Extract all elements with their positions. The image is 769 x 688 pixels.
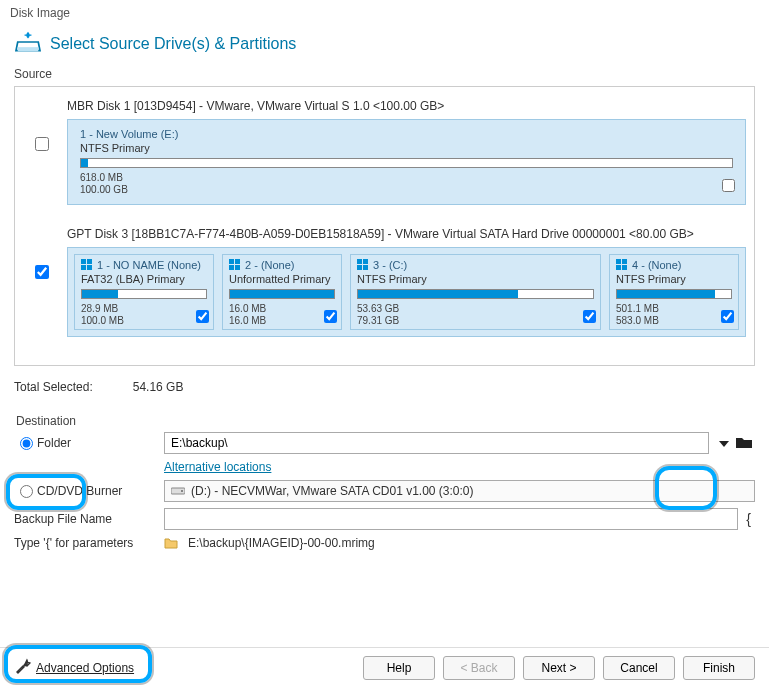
totals: Total Selected: 54.16 GB: [14, 380, 755, 394]
partition-head: 4 - (None): [616, 259, 732, 271]
partition-checkbox[interactable]: [722, 179, 735, 195]
partition-head: 3 - (C:): [357, 259, 594, 271]
partition-checkbox[interactable]: [196, 310, 209, 326]
params-row: Type '{' for parameters E:\backup\{IMAGE…: [14, 536, 755, 550]
folder-radio-label: Folder: [37, 436, 71, 450]
partition-type: FAT32 (LBA) Primary: [81, 273, 207, 285]
folder-radio[interactable]: [20, 437, 33, 450]
partition-card[interactable]: 4 - (None) NTFS Primary 501.1 MB583.0 MB: [609, 254, 739, 330]
back-button[interactable]: < Back: [443, 656, 515, 680]
svg-point-18: [181, 490, 183, 492]
partition-type: NTFS Primary: [80, 142, 733, 154]
source-label: Source: [14, 67, 755, 81]
usage-bar: [80, 158, 733, 168]
cd-burner-select[interactable]: (D:) - NECVMWar, VMware SATA CD01 v1.00 …: [164, 480, 755, 502]
page-title: Select Source Drive(s) & Partitions: [50, 35, 296, 53]
svg-rect-11: [357, 265, 362, 270]
usage-bar: [81, 289, 207, 299]
svg-rect-0: [18, 47, 39, 51]
svg-rect-16: [622, 265, 627, 270]
svg-rect-8: [235, 265, 240, 270]
partition-card[interactable]: 3 - (C:) NTFS Primary 53.63 GB79.31 GB: [350, 254, 601, 330]
browse-folder-icon[interactable]: [735, 435, 753, 452]
destination-section: Destination Folder Alternative lo: [14, 414, 755, 550]
filename-label: Backup File Name: [14, 512, 112, 526]
usage-bar: [616, 289, 732, 299]
partition-card[interactable]: 1 - NO NAME (None) FAT32 (LBA) Primary 2…: [74, 254, 214, 330]
svg-rect-13: [616, 259, 621, 264]
wrench-icon: [14, 658, 32, 679]
windows-icon: [357, 259, 369, 271]
usage-bar: [229, 289, 335, 299]
svg-rect-1: [81, 259, 86, 264]
browse-buttons: [713, 432, 755, 454]
svg-rect-6: [235, 259, 240, 264]
folder-icon: [164, 537, 178, 549]
partition-sizes: 16.0 MB16.0 MB: [229, 303, 335, 327]
windows-icon: [616, 259, 628, 271]
footer: Advanced Options Help < Back Next > Canc…: [0, 647, 769, 688]
folder-row: Folder: [14, 432, 755, 454]
partition-card[interactable]: 2 - (None) Unformatted Primary 16.0 MB16…: [222, 254, 342, 330]
advanced-options[interactable]: Advanced Options: [14, 658, 134, 679]
svg-rect-3: [81, 265, 86, 270]
dropdown-arrow-icon[interactable]: [715, 432, 733, 454]
svg-rect-5: [229, 259, 234, 264]
disk-image-icon: [14, 30, 42, 57]
brace-button[interactable]: {: [742, 511, 755, 527]
finish-button[interactable]: Finish: [683, 656, 755, 680]
partition-container: 1 - NO NAME (None) FAT32 (LBA) Primary 2…: [67, 247, 746, 337]
svg-rect-15: [616, 265, 621, 270]
usage-bar: [357, 289, 594, 299]
drive-icon: [171, 484, 185, 498]
svg-rect-2: [87, 259, 92, 264]
svg-rect-7: [229, 265, 234, 270]
partition-sizes: 501.1 MB583.0 MB: [616, 303, 732, 327]
button-bar: Help < Back Next > Cancel Finish: [363, 656, 755, 680]
partition-checkbox[interactable]: [721, 310, 734, 326]
params-path: E:\backup\{IMAGEID}-00-00.mrimg: [188, 536, 375, 550]
svg-rect-12: [363, 265, 368, 270]
windows-icon: [229, 259, 241, 271]
disk-title: MBR Disk 1 [013D9454] - VMware, VMware V…: [67, 99, 746, 113]
total-label: Total Selected:: [14, 380, 93, 394]
partition-head: 2 - (None): [229, 259, 335, 271]
partition-sizes: 618.0 MB 100.00 GB: [80, 172, 733, 196]
disk-title: GPT Disk 3 [18BB1C7A-F774-4B0B-A059-D0EB…: [67, 227, 746, 241]
partition-head: 1 - NO NAME (None): [81, 259, 207, 271]
partition-card[interactable]: 1 - New Volume (E:) NTFS Primary 618.0 M…: [74, 126, 739, 198]
cd-row: CD/DVD Burner (D:) - NECVMWar, VMware SA…: [14, 480, 755, 502]
windows-icon: [81, 259, 93, 271]
disk-block: 1 - NO NAME (None) FAT32 (LBA) Primary 2…: [23, 247, 746, 337]
partition-checkbox[interactable]: [324, 310, 337, 326]
next-button[interactable]: Next >: [523, 656, 595, 680]
alt-locations-link[interactable]: Alternative locations: [164, 460, 271, 474]
folder-path-input[interactable]: [164, 432, 709, 454]
partition-sizes: 53.63 GB79.31 GB: [357, 303, 594, 327]
partition-head: 1 - New Volume (E:): [80, 128, 733, 140]
svg-rect-9: [357, 259, 362, 264]
partition-checkbox[interactable]: [583, 310, 596, 326]
destination-label: Destination: [16, 414, 755, 428]
filename-input[interactable]: [164, 508, 738, 530]
advanced-options-link[interactable]: Advanced Options: [36, 661, 134, 675]
partition-sizes: 28.9 MB100.0 MB: [81, 303, 207, 327]
disk-checkbox[interactable]: [23, 247, 61, 279]
partition-type: Unformatted Primary: [229, 273, 335, 285]
source-box: MBR Disk 1 [013D9454] - VMware, VMware V…: [14, 86, 755, 366]
disk-checkbox[interactable]: [23, 119, 61, 151]
cd-radio[interactable]: [20, 485, 33, 498]
partition-container: 1 - New Volume (E:) NTFS Primary 618.0 M…: [67, 119, 746, 205]
total-value: 54.16 GB: [133, 380, 184, 394]
params-label: Type '{' for parameters: [14, 536, 133, 550]
svg-rect-4: [87, 265, 92, 270]
help-button[interactable]: Help: [363, 656, 435, 680]
alt-locations-row: Alternative locations: [14, 460, 755, 474]
partition-type: NTFS Primary: [357, 273, 594, 285]
filename-row: Backup File Name {: [14, 508, 755, 530]
header: Select Source Drive(s) & Partitions: [0, 26, 769, 67]
window-title: Disk Image: [0, 0, 769, 26]
svg-rect-14: [622, 259, 627, 264]
cancel-button[interactable]: Cancel: [603, 656, 675, 680]
disk-block: 1 - New Volume (E:) NTFS Primary 618.0 M…: [23, 119, 746, 205]
